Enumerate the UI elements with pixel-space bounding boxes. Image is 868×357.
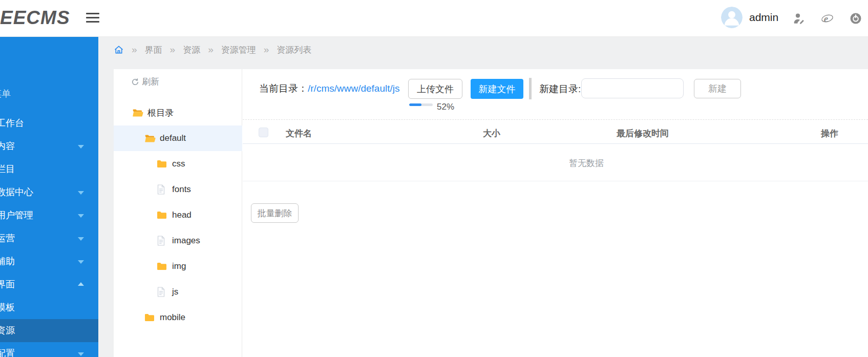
sidebar-item-settings[interactable]: 配置 [0, 342, 98, 357]
chevron-down-icon [78, 237, 84, 241]
folder-open-icon [144, 133, 156, 143]
tree-node-label: fonts [172, 184, 191, 195]
table-row-border [243, 181, 868, 181]
tree-node-label: 根目录 [147, 107, 174, 119]
current-directory-path[interactable]: /r/cms/www/default/js [308, 83, 399, 94]
tree-node-default[interactable]: default [114, 125, 242, 151]
sidebar-item-channels[interactable]: 栏目 [0, 158, 98, 181]
batch-delete-button[interactable]: 批量删除 [251, 203, 299, 223]
empty-data-text: 暂无数据 [535, 157, 638, 169]
tree-node-js[interactable]: js [114, 279, 242, 305]
username-label[interactable]: admin [749, 11, 778, 24]
power-logout-icon[interactable] [850, 12, 862, 25]
refresh-icon [131, 78, 139, 86]
breadcrumb-item-interface[interactable]: 界面 [145, 44, 162, 56]
breadcrumb-separator: » [208, 44, 214, 55]
file-list-panel [242, 69, 868, 357]
sidebar-item-operations[interactable]: 运营 [0, 227, 98, 250]
tree-node-label: head [172, 210, 192, 220]
avatar[interactable] [721, 7, 743, 28]
sidebar-item-interface[interactable]: 界面 [0, 273, 98, 296]
top-header: EECMS admin e [0, 0, 868, 37]
current-directory-label: 当前目录： [259, 83, 308, 94]
browser-e-icon[interactable]: e [821, 12, 833, 25]
chevron-up-icon [78, 282, 84, 286]
sidebar-item-data-center[interactable]: 数据中心 [0, 181, 98, 204]
new-directory-label: 新建目录: [539, 82, 581, 96]
new-directory-input[interactable] [581, 78, 684, 98]
select-all-checkbox[interactable] [259, 128, 268, 137]
tree-node-label: default [160, 133, 186, 143]
current-directory: 当前目录：/r/cms/www/default/js [259, 82, 399, 95]
tree-node-root[interactable]: 根目录 [114, 100, 242, 125]
folder-icon [157, 261, 168, 271]
tree-node-label: js [172, 287, 178, 297]
breadcrumb-separator: » [170, 44, 176, 55]
refresh-label: 刷新 [142, 76, 159, 88]
app-logo: EECMS [0, 7, 70, 29]
sidebar-item-user-management[interactable]: 用户管理 [0, 204, 98, 227]
file-icon [157, 236, 168, 246]
tree-node-label: css [172, 159, 185, 169]
toolbar-divider [529, 78, 532, 99]
column-header-size: 大小 [466, 128, 517, 139]
chevron-down-icon [78, 260, 84, 264]
breadcrumb-separator: » [132, 44, 137, 55]
hamburger-menu-icon[interactable] [86, 13, 99, 23]
tree-node-images[interactable]: images [114, 228, 242, 254]
tree-node-fonts[interactable]: fonts [114, 177, 242, 202]
sidebar-section-label: 菜单 [0, 88, 98, 100]
sidebar-item-workbench[interactable]: 工作台 [0, 112, 98, 135]
refresh-button[interactable]: 刷新 [131, 76, 159, 88]
sidebar-item-content[interactable]: 内容 [0, 135, 98, 158]
column-header-filename: 文件名 [286, 128, 312, 139]
file-icon [157, 287, 168, 297]
tree-node-css[interactable]: css [114, 151, 242, 177]
tree-node-mobile[interactable]: mobile [114, 305, 242, 330]
create-button[interactable]: 新建 [694, 79, 741, 98]
column-header-modified-time: 最后修改时间 [591, 128, 694, 139]
sidebar-item-templates[interactable]: 模板 [0, 296, 98, 319]
sidebar-item-assist[interactable]: 辅助 [0, 250, 98, 273]
edit-profile-icon[interactable] [793, 12, 805, 25]
upload-progress-bar [409, 103, 433, 106]
tree-node-label: images [172, 236, 200, 246]
avatar-person-icon [721, 7, 743, 28]
sidebar-nav: 菜单 工作台 内容 栏目 数据中心 用户管理 运营 辅助 界面 模板 资源 配置 [0, 37, 98, 357]
table-header-border [243, 143, 868, 144]
chevron-down-icon [78, 352, 84, 356]
tree-node-img[interactable]: img [114, 254, 242, 279]
upload-progress-percent: 52% [437, 102, 454, 112]
home-icon[interactable] [114, 45, 124, 55]
chevron-down-icon [78, 191, 84, 195]
new-file-button[interactable]: 新建文件 [471, 79, 523, 99]
breadcrumb-item-resource-management[interactable]: 资源管理 [221, 44, 256, 56]
breadcrumb: » 界面 » 资源 » 资源管理 » 资源列表 [114, 43, 311, 56]
file-icon [157, 184, 168, 195]
upload-progress-fill [409, 103, 421, 106]
folder-icon [157, 159, 168, 169]
folder-open-icon [132, 108, 143, 118]
column-header-operations: 操作 [809, 128, 850, 139]
chevron-down-icon [78, 214, 84, 218]
breadcrumb-separator: » [264, 44, 269, 55]
sidebar-item-resources[interactable]: 资源 [0, 319, 98, 342]
breadcrumb-item-resource-list[interactable]: 资源列表 [277, 44, 311, 56]
tree-node-label: img [172, 261, 186, 271]
table-top-divider [243, 119, 868, 120]
chevron-down-icon [78, 145, 84, 149]
tree-node-label: mobile [160, 312, 185, 323]
upload-file-button[interactable]: 上传文件 [408, 79, 462, 99]
folder-icon [144, 312, 156, 323]
app-window: EECMS admin e [0, 0, 868, 357]
breadcrumb-item-resources[interactable]: 资源 [183, 44, 200, 56]
tree-node-head[interactable]: head [114, 202, 242, 228]
folder-icon [157, 210, 168, 220]
